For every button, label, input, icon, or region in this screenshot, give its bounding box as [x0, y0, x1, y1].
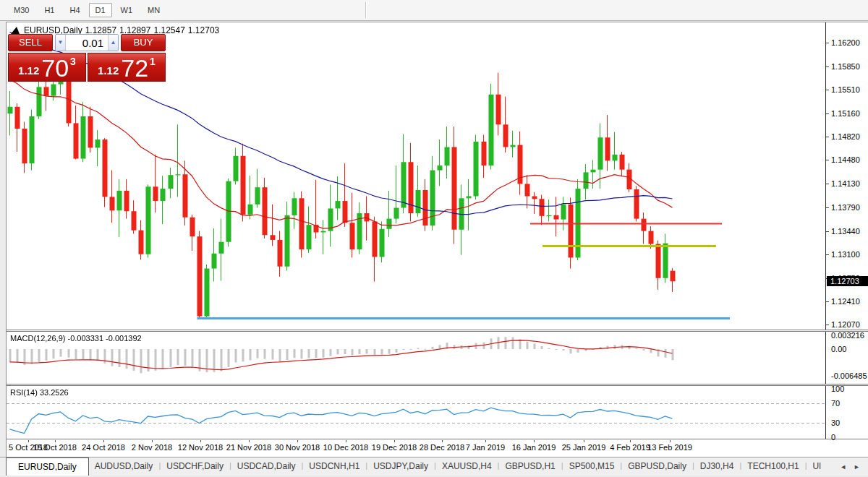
- timeframe-button-mn[interactable]: MN: [141, 3, 166, 17]
- price-axis-label: 1.14130: [831, 179, 860, 188]
- date-axis-label: 25 Jan 2019: [562, 443, 606, 452]
- macd-axis-label: -0.006485: [831, 371, 867, 380]
- date-axis-tick: [584, 440, 584, 442]
- timeframe-button-h4[interactable]: H4: [63, 3, 86, 17]
- macd-axis-label: 0.003216: [831, 331, 864, 340]
- sell-button[interactable]: SELL: [8, 34, 53, 51]
- tab-gbpusd-daily[interactable]: GBPUSD,Daily: [622, 457, 692, 476]
- rsi-panel: RSI(14) 33.2526: [7, 386, 826, 439]
- price-axis-tick: [826, 301, 829, 302]
- price-axis-tick: [826, 254, 829, 255]
- date-axis-label: 13 Feb 2019: [647, 443, 692, 452]
- buy-button[interactable]: BUY: [121, 34, 166, 51]
- tab-dj30-h4[interactable]: DJ30,H4: [694, 457, 740, 476]
- timeframe-button-h1[interactable]: H1: [38, 3, 61, 17]
- macd-panel: MACD(12,26,9) -0.003331 -0.001392: [7, 332, 826, 384]
- date-axis-label: 21 Nov 2018: [226, 443, 271, 452]
- date-axis-tick: [200, 440, 201, 442]
- timeframe-button-w1[interactable]: W1: [114, 3, 140, 17]
- price-axis-tick: [826, 231, 829, 232]
- sell-quote-panel[interactable]: 1.12 70 3: [8, 53, 86, 82]
- sell-price-big: 70: [41, 57, 69, 79]
- date-axis-tick: [485, 440, 486, 442]
- sell-price-prefix: 1.12: [18, 64, 39, 77]
- chart-tabs: EURUSD,DailyAUDUSD,Daily|USDCHF,Daily|US…: [0, 457, 827, 476]
- tab-usdchf-daily[interactable]: USDCHF,Daily: [161, 457, 229, 476]
- date-axis-label: 28 Dec 2018: [420, 443, 464, 452]
- rsi-axis-label: 30: [831, 418, 840, 427]
- date-axis-label: 10 Dec 2018: [323, 443, 368, 452]
- ohlc-close: 1.12703: [188, 25, 219, 35]
- price-axis-label: 1.14480: [831, 155, 860, 164]
- buy-price-prefix: 1.12: [98, 64, 119, 77]
- date-axis-label: 16 Jan 2019: [512, 443, 556, 452]
- date-axis-tick: [630, 440, 631, 442]
- volume-spinner: ▼ ▲: [55, 34, 119, 51]
- price-axis-label: 1.13790: [831, 203, 860, 212]
- tab-scroll-right-icon[interactable]: ►: [850, 462, 864, 472]
- tab-ul[interactable]: Ul: [807, 457, 827, 476]
- date-axis-label: 24 Oct 2018: [82, 443, 125, 452]
- date-axis[interactable]: 5 Oct 201815 Oct 201824 Oct 20182 Nov 20…: [7, 440, 868, 457]
- tab-usdcnh-h1[interactable]: USDCNH,H1: [303, 457, 365, 476]
- price-axis-tick: [826, 207, 829, 208]
- date-axis-tick: [346, 440, 346, 442]
- tab-sp500-m15[interactable]: SP500,M15: [563, 457, 621, 476]
- price-axis-label: 1.15160: [831, 109, 860, 118]
- tab-usdjpy-daily[interactable]: USDJPY,Daily: [367, 457, 434, 476]
- price-axis-label: 1.12070: [831, 320, 860, 329]
- price-axis-tick: [826, 137, 829, 137]
- chart-tab-bar: EURUSD,DailyAUDUSD,Daily|USDCHF,Daily|US…: [0, 457, 868, 476]
- tab-gbpusd-h1[interactable]: GBPUSD,H1: [499, 457, 561, 476]
- tab-eurusd-daily[interactable]: EURUSD,Daily: [6, 457, 89, 476]
- date-axis-tick: [297, 440, 298, 442]
- macd-axis-label: 0.00: [831, 345, 846, 353]
- price-axis-tick: [826, 90, 829, 90]
- price-axis-label: 1.13440: [831, 227, 860, 236]
- rsi-canvas[interactable]: [7, 386, 825, 439]
- buy-price-sup: 1: [150, 56, 156, 67]
- price-axis-label: 1.15850: [831, 62, 860, 71]
- timeframe-toolbar: M30H1H4D1W1MN: [0, 0, 868, 21]
- date-axis-label: 15 Oct 2018: [33, 443, 77, 452]
- tab-audusd-daily[interactable]: AUDUSD,Daily: [89, 457, 159, 476]
- date-axis-tick: [394, 440, 395, 442]
- price-axis-label: 1.12410: [831, 297, 860, 306]
- date-axis-tick: [249, 440, 250, 442]
- date-axis-label: 7 Jan 2019: [466, 443, 505, 452]
- price-axis-label: 1.14820: [831, 132, 860, 141]
- chart-window: EURUSD,Daily1.128571.128971.125471.12703…: [6, 22, 868, 457]
- date-axis-tick: [103, 440, 104, 442]
- tab-scroll-left-icon[interactable]: ◄: [836, 462, 850, 472]
- current-price-tag: 1.12703: [827, 276, 868, 286]
- rsi-axis-label: 100: [831, 384, 844, 393]
- date-axis-tick: [534, 440, 535, 442]
- rsi-label: RSI(14) 33.2526: [10, 388, 69, 397]
- tab-xauusd-h4[interactable]: XAUUSD,H4: [436, 457, 498, 476]
- date-axis-tick: [670, 440, 671, 442]
- price-axis-tick: [826, 66, 829, 67]
- price-axis-tick: [826, 160, 829, 160]
- date-axis-label: 2 Nov 2018: [132, 443, 172, 452]
- price-axis-label: 1.15510: [831, 85, 860, 94]
- mt4-chart-icon: [11, 27, 21, 34]
- tab-usdcad-daily[interactable]: USDCAD,Daily: [231, 457, 302, 476]
- date-axis-label: 12 Nov 2018: [178, 443, 223, 452]
- rsi-axis-label: 70: [831, 399, 840, 408]
- tab-scroll-buttons: ◄ ►: [836, 457, 868, 476]
- date-axis-tick: [152, 440, 153, 442]
- price-axis-tick: [826, 184, 829, 184]
- price-axis-tick: [826, 43, 829, 43]
- timeframe-button-d1[interactable]: D1: [89, 3, 112, 17]
- timeframe-button-m30[interactable]: M30: [7, 3, 35, 17]
- volume-decrease-button[interactable]: ▼: [56, 35, 66, 51]
- volume-input[interactable]: [66, 35, 108, 51]
- volume-increase-button[interactable]: ▲: [108, 35, 118, 51]
- buy-quote-panel[interactable]: 1.12 72 1: [88, 53, 166, 82]
- price-axis-tick: [826, 113, 829, 114]
- tab-tech100-h1[interactable]: TECH100,H1: [741, 457, 804, 476]
- timeframe-buttons: M30H1H4D1W1MN: [7, 3, 169, 17]
- price-axis-tick: [826, 325, 829, 325]
- date-axis-label: 19 Dec 2018: [372, 443, 417, 452]
- date-axis-tick: [55, 440, 56, 442]
